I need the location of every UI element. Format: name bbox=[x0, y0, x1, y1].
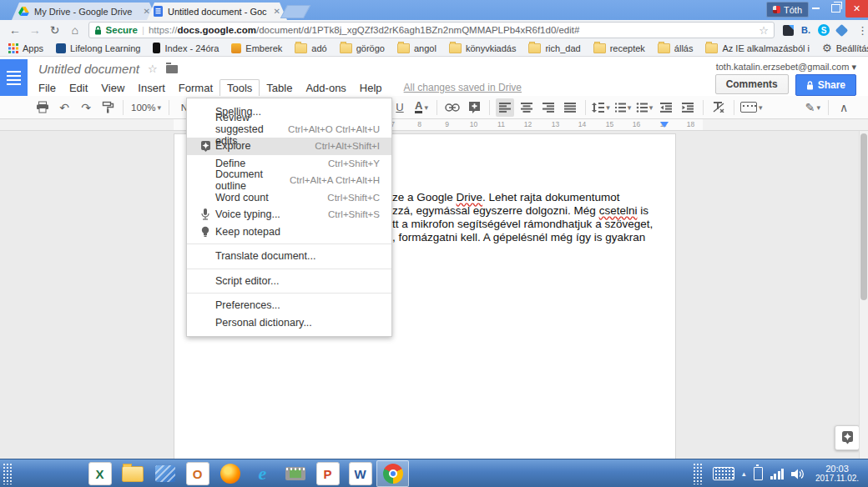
insert-link-icon[interactable] bbox=[443, 98, 462, 117]
menu-view[interactable]: View bbox=[94, 80, 131, 96]
close-button[interactable]: ✕ bbox=[845, 0, 868, 18]
share-button[interactable]: Share bbox=[795, 74, 856, 96]
bookmark-beallitasok[interactable]: ⚙Beállítások bbox=[822, 42, 868, 54]
back-button[interactable]: ← bbox=[5, 23, 25, 37]
menu-item-explore[interactable]: ExploreCtrl+Alt+Shift+I bbox=[187, 138, 391, 155]
menu-table[interactable]: Table bbox=[260, 80, 299, 96]
document-title[interactable]: Untitled document bbox=[38, 62, 139, 76]
new-tab-button[interactable] bbox=[280, 5, 311, 18]
taskbar-powerpoint[interactable]: P bbox=[311, 460, 344, 487]
restore-button[interactable] bbox=[825, 0, 845, 17]
comments-button[interactable]: Comments bbox=[715, 74, 789, 94]
bookmark-folder-konyvkiadas[interactable]: könyvkiadás bbox=[449, 43, 517, 53]
bulleted-list-button[interactable]: ▾ bbox=[635, 98, 654, 117]
taskbar-clock[interactable]: 20:03 2017.11.02. bbox=[811, 464, 863, 484]
browser-menu-icon[interactable]: ⋮ bbox=[857, 24, 868, 37]
menu-item-voice-typing[interactable]: Voice typing...Ctrl+Shift+S bbox=[187, 206, 391, 223]
bookmark-folder-rich-dad[interactable]: rich_dad bbox=[528, 43, 580, 53]
insert-comment-icon[interactable] bbox=[465, 98, 483, 117]
justify-button[interactable] bbox=[561, 98, 579, 117]
redo-icon[interactable]: ↷ bbox=[77, 98, 95, 117]
skype-extension-icon[interactable]: S bbox=[818, 24, 830, 36]
increase-indent-button[interactable] bbox=[679, 98, 697, 117]
decrease-indent-button[interactable] bbox=[657, 98, 675, 117]
numbered-list-button[interactable]: ▾ bbox=[613, 98, 632, 117]
zoom-select[interactable]: 100%▾ bbox=[129, 98, 163, 117]
menu-item-document-outline[interactable]: Document outlineCtrl+Alt+A Ctrl+Alt+H bbox=[187, 172, 391, 189]
tab-my-drive[interactable]: My Drive - Google Drive ✕ bbox=[12, 3, 157, 20]
menu-item-preferences[interactable]: Preferences... bbox=[187, 297, 391, 314]
docs-home-button[interactable] bbox=[0, 59, 28, 96]
battery-icon[interactable] bbox=[754, 467, 763, 480]
menu-edit[interactable]: Edit bbox=[63, 80, 94, 96]
show-hidden-icons[interactable]: ▴ bbox=[742, 469, 746, 478]
forward-button[interactable]: → bbox=[25, 23, 45, 37]
taskbar-explorer[interactable] bbox=[116, 460, 149, 487]
menu-tools[interactable]: Tools bbox=[220, 79, 260, 96]
profile-button[interactable]: Tóth bbox=[766, 2, 809, 18]
bookmark-folder-receptek[interactable]: receptek bbox=[593, 43, 645, 53]
extension-icon-dark[interactable] bbox=[783, 25, 794, 36]
text-color-button[interactable]: A▾ bbox=[412, 98, 431, 117]
bookmark-apps[interactable]: Apps bbox=[8, 43, 43, 53]
input-tools-keyboard-icon[interactable]: ▾ bbox=[740, 98, 763, 117]
bookmark-index-24ora[interactable]: Index - 24óra bbox=[153, 43, 219, 53]
menu-file[interactable]: File bbox=[32, 80, 63, 96]
tab-close-icon[interactable]: ✕ bbox=[144, 7, 150, 16]
taskbar-blue-app[interactable] bbox=[149, 460, 181, 487]
bookmark-folder-angol[interactable]: angol bbox=[397, 43, 437, 53]
menu-addons[interactable]: Add-ons bbox=[299, 80, 352, 96]
saved-status-link[interactable]: All changes saved in Drive bbox=[397, 80, 528, 95]
home-button[interactable]: ⌂ bbox=[65, 23, 85, 37]
paint-format-icon[interactable] bbox=[98, 98, 117, 117]
menu-item-script-editor[interactable]: Script editor... bbox=[187, 273, 391, 290]
bookmark-folder-az-ie[interactable]: Az IE alkalmazásból i bbox=[705, 43, 810, 53]
taskbar-firefox[interactable] bbox=[214, 460, 246, 487]
bookmark-lifelong-learning[interactable]: Lifelong Learning bbox=[56, 43, 140, 53]
align-center-button[interactable] bbox=[517, 98, 536, 117]
clear-formatting-button[interactable] bbox=[709, 98, 728, 117]
undo-icon[interactable]: ↶ bbox=[55, 98, 73, 117]
tab-close-icon[interactable]: ✕ bbox=[274, 7, 280, 16]
taskbar-outlook[interactable]: O bbox=[181, 460, 214, 487]
explore-fab-button[interactable] bbox=[835, 425, 860, 450]
volume-icon[interactable] bbox=[791, 469, 804, 479]
minimize-button[interactable] bbox=[805, 0, 825, 17]
right-margin-marker[interactable] bbox=[660, 122, 669, 128]
extension-icon-b[interactable]: B. bbox=[801, 25, 810, 35]
menu-item-keep-notepad[interactable]: Keep notepad bbox=[187, 223, 391, 241]
taskbar-chrome[interactable] bbox=[376, 460, 409, 487]
taskbar-word[interactable]: W bbox=[344, 460, 376, 487]
menu-format[interactable]: Format bbox=[172, 80, 220, 96]
bookmark-folder-allas[interactable]: állás bbox=[658, 43, 694, 53]
address-bar[interactable]: Secure | https://docs.google.com/documen… bbox=[88, 22, 775, 38]
menu-help[interactable]: Help bbox=[353, 80, 389, 96]
menu-item-word-count[interactable]: Word countCtrl+Shift+C bbox=[187, 189, 391, 207]
bookmark-folder-ado[interactable]: adó bbox=[295, 43, 326, 53]
keyboard-tray-icon[interactable] bbox=[713, 467, 734, 480]
editing-mode-button[interactable]: ✎▾ bbox=[804, 98, 822, 117]
menu-item-personal-dictionary[interactable]: Personal dictionary... bbox=[187, 314, 391, 332]
menu-item-review-suggested-edits[interactable]: Review suggested editsCtrl+Alt+O Ctrl+Al… bbox=[187, 121, 391, 138]
taskbar-movie-maker[interactable] bbox=[279, 460, 311, 487]
menu-insert[interactable]: Insert bbox=[131, 80, 172, 96]
bookmark-folder-gorogo[interactable]: görögo bbox=[340, 43, 385, 53]
align-left-button[interactable] bbox=[496, 98, 514, 117]
tab-untitled-document[interactable]: Untitled document - Goc ✕ bbox=[147, 3, 287, 20]
extension-icon-diamond[interactable] bbox=[835, 23, 849, 37]
align-right-button[interactable] bbox=[539, 98, 558, 117]
network-signal-icon[interactable] bbox=[770, 469, 785, 479]
print-icon[interactable] bbox=[33, 98, 52, 117]
scrollbar-thumb[interactable] bbox=[860, 133, 867, 300]
collapse-toolbar-button[interactable]: ∧ bbox=[835, 98, 853, 117]
menu-item-translate-document[interactable]: Translate document... bbox=[187, 248, 391, 265]
bookmark-star-icon[interactable]: ☆ bbox=[759, 24, 769, 37]
account-email[interactable]: toth.katalin.erzsebet@gmail.com ▾ bbox=[716, 62, 856, 73]
move-to-folder-icon[interactable] bbox=[166, 65, 178, 73]
underline-button[interactable]: U bbox=[391, 98, 409, 117]
scrollbar[interactable] bbox=[859, 131, 868, 459]
taskbar-excel[interactable]: X bbox=[83, 460, 116, 487]
line-spacing-button[interactable]: ▾ bbox=[592, 98, 610, 117]
bookmark-emberek[interactable]: Emberek bbox=[231, 43, 282, 53]
taskbar-grip[interactable] bbox=[3, 463, 12, 484]
